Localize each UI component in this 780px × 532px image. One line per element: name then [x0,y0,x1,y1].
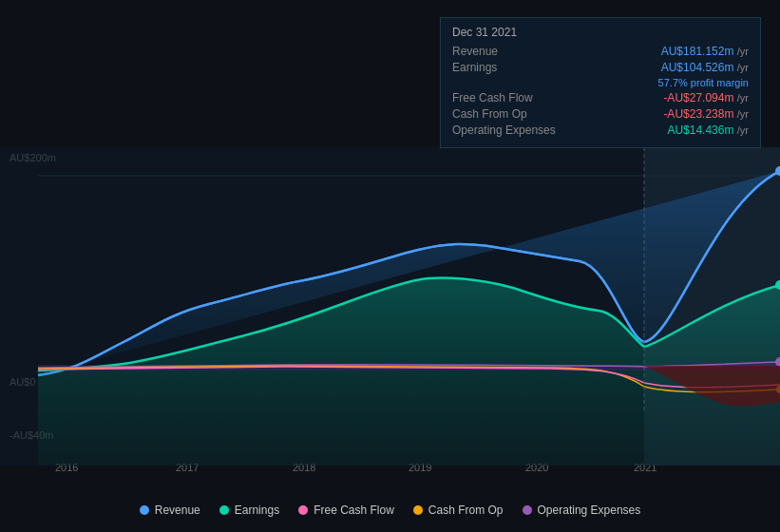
legend-fcf: Free Cash Flow [298,504,394,517]
tooltip-value-earnings: AU$104.526m /yr [661,61,749,74]
legend-earnings: Earnings [219,504,279,517]
tooltip-row-opex: Operating Expenses AU$14.436m /yr [452,124,749,137]
tooltip-value-fcf: -AU$27.094m /yr [663,91,749,104]
tooltip-row-cashfromop: Cash From Op -AU$23.238m /yr [452,107,749,121]
tooltip-value-cashfromop: -AU$23.238m /yr [663,107,749,121]
tooltip-label-earnings: Earnings [452,61,497,74]
tooltip-label-cashfromop: Cash From Op [452,107,527,121]
legend-label-opex: Operating Expenses [538,504,641,517]
tooltip-row-revenue: Revenue AU$181.152m /yr [452,45,749,58]
legend-label-fcf: Free Cash Flow [314,504,394,517]
tooltip-profit-row: 57.7% profit margin [452,77,749,88]
legend-dot-cashfromop [413,505,423,515]
legend-dot-earnings [219,505,229,515]
legend-label-earnings: Earnings [235,504,279,517]
tooltip-date: Dec 31 2021 [452,26,749,39]
tooltip-label-fcf: Free Cash Flow [452,91,533,104]
legend-opex: Operating Expenses [523,504,641,517]
legend-dot-revenue [140,505,149,515]
tooltip-box: Dec 31 2021 Revenue AU$181.152m /yr Earn… [440,17,761,148]
tooltip-value-opex: AU$14.436m /yr [667,124,749,137]
profit-badge: 57.7% profit margin [658,77,749,88]
legend-dot-fcf [298,505,308,515]
tooltip-value-revenue: AU$181.152m /yr [661,45,749,58]
legend-revenue: Revenue [140,504,200,517]
tooltip-label-revenue: Revenue [452,45,498,58]
tooltip-label-opex: Operating Expenses [452,124,556,137]
chart-svg [0,147,780,466]
tooltip-row-fcf: Free Cash Flow -AU$27.094m /yr [452,91,749,104]
legend-label-cashfromop: Cash From Op [428,504,504,517]
legend-dot-opex [523,505,532,515]
legend-cashfromop: Cash From Op [413,504,504,517]
tooltip-row-earnings: Earnings AU$104.526m /yr [452,61,749,74]
legend-label-revenue: Revenue [155,504,200,517]
legend: Revenue Earnings Free Cash Flow Cash Fro… [0,504,780,517]
chart-container: Dec 31 2021 Revenue AU$181.152m /yr Earn… [0,0,780,532]
